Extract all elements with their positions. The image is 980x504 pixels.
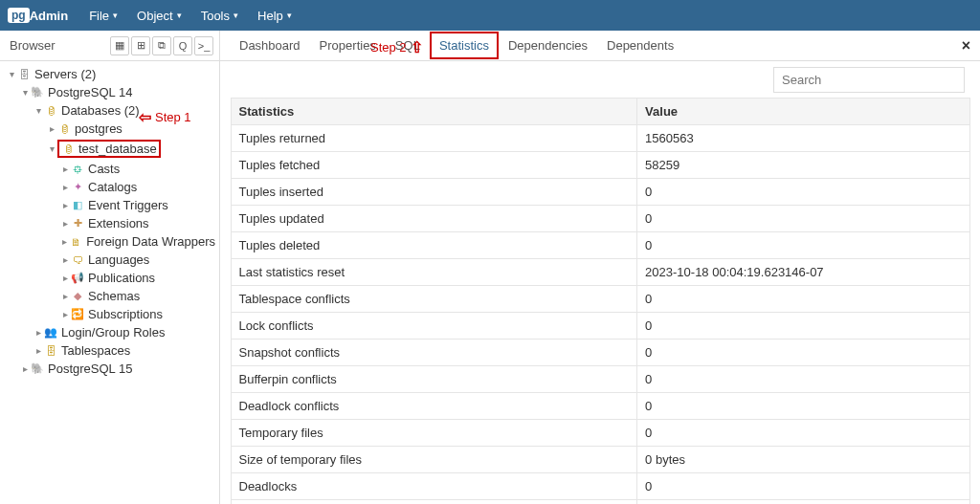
extensions-icon: ✚ [71, 217, 84, 230]
tab-dependencies[interactable]: Dependencies [499, 32, 597, 59]
database-icon: 🛢 [61, 142, 75, 156]
tree-db-test[interactable]: test_database [78, 142, 157, 156]
terminal-tool-icon[interactable]: >_ [194, 36, 213, 55]
tree-toggle[interactable]: ▸ [59, 200, 71, 210]
tree-catalogs[interactable]: Catalogs [88, 180, 137, 194]
cell-value: 0 [637, 179, 969, 206]
annotation-step1: ⇦ Step 1 [139, 108, 191, 126]
filter-tool-icon[interactable]: ⧉ [152, 36, 171, 55]
menu-tools[interactable]: Tools▾ [193, 3, 246, 29]
cell-value: 0 [637, 420, 969, 447]
login-roles-icon: 👥 [44, 326, 57, 340]
tree-toggle[interactable]: ▸ [46, 123, 57, 134]
table-row[interactable]: Tuples fetched58259 [231, 152, 969, 179]
chevron-down-icon: ▾ [113, 11, 118, 20]
tab-dependents[interactable]: Dependents [597, 32, 683, 59]
tree-toggle[interactable]: ▸ [59, 291, 71, 301]
tab-dashboard[interactable]: Dashboard [230, 32, 310, 59]
table-row[interactable]: Tuples deleted0 [231, 232, 969, 259]
tree-toggle[interactable]: ▸ [59, 273, 71, 283]
props-tool-icon[interactable]: ▦ [110, 36, 129, 55]
subscriptions-icon: 🔁 [71, 308, 84, 321]
servers-icon: 🗄 [17, 68, 31, 81]
publications-icon: 📢 [71, 272, 84, 285]
tree-pg14[interactable]: PostgreSQL 14 [48, 85, 132, 99]
tree-toggle[interactable]: ▸ [59, 254, 71, 265]
table-row[interactable]: Size of temporary files0 bytes [231, 447, 969, 473]
menu-object[interactable]: Object▾ [129, 3, 189, 29]
app-logo: pgAdmin [8, 8, 78, 23]
tree-schemas[interactable]: Schemas [88, 289, 140, 303]
tree-toggle[interactable]: ▾ [33, 105, 44, 116]
arrow-left-icon: ⇦ [139, 108, 151, 126]
menu-file[interactable]: File▾ [81, 3, 125, 29]
col-value[interactable]: Value [637, 99, 969, 125]
close-icon[interactable]: × [962, 37, 970, 55]
casts-icon: ⯐ [71, 163, 84, 176]
cell-value: 0 bytes [637, 447, 969, 473]
table-row[interactable]: Last statistics reset2023-10-18 00:04:19… [231, 259, 969, 286]
tree-toggle[interactable]: ▾ [6, 69, 17, 79]
cell-statistic: Last statistics reset [231, 259, 637, 286]
search-input[interactable] [773, 67, 965, 93]
col-statistics[interactable]: Statistics [231, 99, 637, 125]
grid-tool-icon[interactable]: ⊞ [131, 36, 150, 55]
table-row[interactable]: Block read time0 [231, 500, 969, 505]
tree-toggle[interactable]: ▸ [59, 236, 70, 247]
cell-statistic: Bufferpin conflicts [231, 366, 637, 393]
annotation-step2: Step 2 ⇧ [370, 38, 423, 56]
object-tree: ▾🗄Servers (2) ▾🐘PostgreSQL 14 ▾🛢Database… [0, 61, 219, 504]
table-row[interactable]: Deadlock conflicts0 [231, 393, 969, 420]
tablespaces-icon: 🗄 [44, 344, 57, 358]
tree-servers[interactable]: Servers (2) [34, 67, 96, 81]
cell-value: 0 [637, 206, 969, 232]
tree-toggle[interactable]: ▾ [46, 143, 57, 154]
cell-value: 1560563 [637, 125, 969, 152]
tree-languages[interactable]: Languages [88, 252, 149, 267]
table-row[interactable]: Tuples updated0 [231, 206, 969, 232]
tree-toggle[interactable]: ▸ [33, 327, 44, 338]
table-row[interactable]: Tuples inserted0 [231, 179, 969, 206]
chevron-down-icon: ▾ [287, 11, 292, 20]
tree-toggle[interactable]: ▸ [59, 164, 71, 174]
table-row[interactable]: Snapshot conflicts0 [231, 340, 969, 366]
table-row[interactable]: Temporary files0 [231, 420, 969, 447]
tree-subscriptions[interactable]: Subscriptions [88, 307, 163, 321]
main-panel: Dashboard Properties SQL Statistics Depe… [220, 31, 980, 504]
tree-event-triggers[interactable]: Event Triggers [88, 198, 168, 212]
tabbar: Dashboard Properties SQL Statistics Depe… [220, 31, 980, 61]
cell-statistic: Block read time [231, 500, 637, 505]
menu-help[interactable]: Help▾ [250, 3, 300, 29]
tree-casts[interactable]: Casts [88, 162, 120, 176]
postgres-icon: 🐘 [31, 86, 44, 99]
tree-toggle[interactable]: ▸ [59, 182, 71, 192]
tree-db-postgres[interactable]: postgres [75, 121, 122, 136]
tree-toggle[interactable]: ▸ [59, 218, 71, 229]
tree-extensions[interactable]: Extensions [88, 216, 149, 230]
cell-statistic: Deadlocks [231, 473, 637, 500]
table-row[interactable]: Deadlocks0 [231, 473, 969, 500]
tree-toggle[interactable]: ▸ [19, 363, 31, 374]
tree-toggle[interactable]: ▸ [59, 309, 71, 319]
tree-login-roles[interactable]: Login/Group Roles [61, 325, 165, 340]
database-icon: 🛢 [57, 122, 71, 136]
statistics-table: Statistics Value Tuples returned1560563T… [230, 98, 970, 504]
event-triggers-icon: ◧ [71, 199, 84, 212]
search-tool-icon[interactable]: Q [173, 36, 192, 55]
tree-databases[interactable]: Databases (2) [61, 103, 140, 118]
table-row[interactable]: Tablespace conflicts0 [231, 286, 969, 313]
tree-publications[interactable]: Publications [88, 271, 155, 285]
table-row[interactable]: Bufferpin conflicts0 [231, 366, 969, 393]
cell-value: 0 [637, 340, 969, 366]
catalogs-icon: ✦ [71, 181, 84, 194]
tree-pg15[interactable]: PostgreSQL 15 [48, 362, 132, 376]
tree-tablespaces[interactable]: Tablespaces [61, 343, 130, 358]
tree-toggle[interactable]: ▸ [33, 345, 44, 356]
table-row[interactable]: Tuples returned1560563 [231, 125, 969, 152]
tab-statistics[interactable]: Statistics [430, 32, 499, 59]
table-row[interactable]: Lock conflicts0 [231, 313, 969, 340]
menubar: pgAdmin File▾ Object▾ Tools▾ Help▾ [0, 0, 980, 31]
tree-fdw[interactable]: Foreign Data Wrappers [86, 234, 215, 249]
cell-value: 0 [637, 366, 969, 393]
tree-toggle[interactable]: ▾ [19, 87, 31, 98]
